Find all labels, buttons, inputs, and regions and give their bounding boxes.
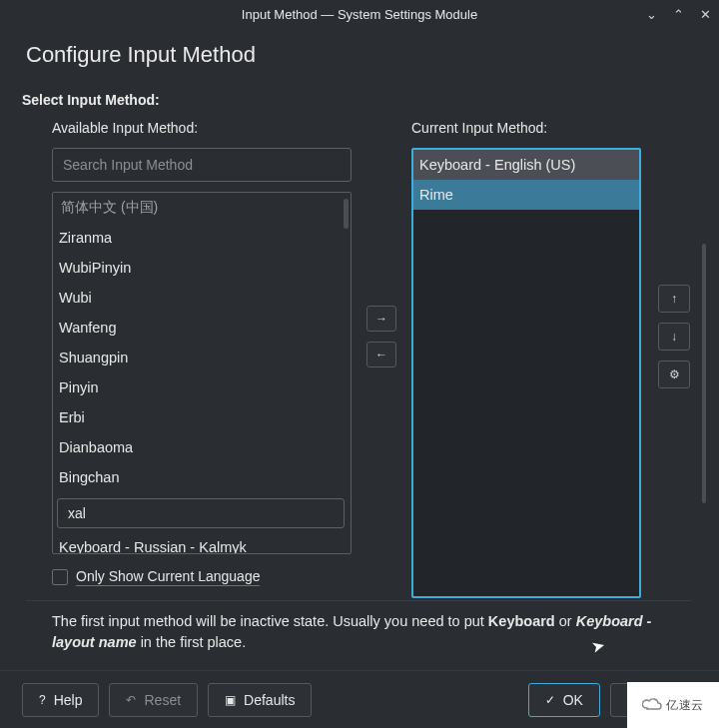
defaults-icon: ▣ xyxy=(225,693,236,707)
list-item[interactable]: WubiPinyin xyxy=(53,253,351,283)
list-item[interactable]: Wubi xyxy=(53,283,351,313)
list-item[interactable]: Shuangpin xyxy=(53,343,351,372)
reset-button[interactable]: ↶Reset xyxy=(109,683,198,717)
list-item[interactable]: Wanfeng xyxy=(53,313,351,343)
list-item[interactable]: Pinyin xyxy=(53,372,351,402)
section-label: Select Input Method: xyxy=(22,92,695,108)
list-item[interactable]: Erbi xyxy=(53,402,351,432)
check-icon: ✓ xyxy=(545,693,555,707)
scrollbar-thumb[interactable] xyxy=(344,199,349,229)
arrow-left-icon: ← xyxy=(375,348,387,362)
minimize-icon[interactable]: ⌄ xyxy=(646,7,657,22)
available-heading: Available Input Method: xyxy=(52,120,352,136)
scrollbar-thumb[interactable] xyxy=(702,244,706,503)
current-heading: Current Input Method: xyxy=(411,120,641,136)
filter-input[interactable] xyxy=(68,505,334,521)
arrow-right-icon: → xyxy=(375,312,387,326)
arrow-up-icon: ↑ xyxy=(671,292,677,306)
current-listbox[interactable]: Keyboard - English (US) Rime xyxy=(411,148,641,598)
only-show-checkbox[interactable] xyxy=(52,569,68,585)
window-title: Input Method — System Settings Module xyxy=(242,7,477,22)
page-title: Configure Input Method xyxy=(0,28,719,78)
footer: ?Help ↶Reset ▣Defaults ✓OK ✓Apply xyxy=(0,670,719,728)
list-item[interactable]: Rime xyxy=(413,180,639,210)
configure-button[interactable]: ⚙ xyxy=(658,361,690,388)
cloud-icon xyxy=(642,695,662,715)
content-scrollbar[interactable] xyxy=(701,92,707,654)
search-input-wrap[interactable] xyxy=(52,148,352,182)
list-item[interactable]: Bingchan xyxy=(53,462,351,492)
available-listbox[interactable]: 简体中文 (中国) Ziranma WubiPinyin Wubi Wanfen… xyxy=(52,192,352,554)
question-icon: ? xyxy=(39,693,46,707)
hint-text: The first input method will be inactive … xyxy=(52,611,691,655)
ok-button[interactable]: ✓OK xyxy=(528,683,600,717)
list-group-header: 简体中文 (中国) xyxy=(53,193,351,223)
only-show-label[interactable]: Only Show Current Language xyxy=(76,568,260,586)
remove-button[interactable]: ← xyxy=(366,342,396,367)
move-down-button[interactable]: ↓ xyxy=(658,323,690,351)
search-input[interactable] xyxy=(63,157,341,173)
defaults-button[interactable]: ▣Defaults xyxy=(208,683,312,717)
move-up-button[interactable]: ↑ xyxy=(658,285,690,313)
gear-icon: ⚙ xyxy=(669,367,680,381)
add-button[interactable]: → xyxy=(366,306,396,332)
undo-icon: ↶ xyxy=(126,693,136,707)
maximize-icon[interactable]: ⌃ xyxy=(673,7,684,22)
close-icon[interactable]: ✕ xyxy=(700,7,711,22)
arrow-down-icon: ↓ xyxy=(671,330,677,344)
list-item[interactable]: Keyboard - Russian - Kalmyk xyxy=(53,532,351,554)
list-item[interactable]: Dianbaoma xyxy=(53,432,351,462)
watermark-logo: 亿速云 xyxy=(627,682,719,728)
list-item[interactable]: Keyboard - English (US) xyxy=(413,150,639,180)
list-item[interactable]: Ziranma xyxy=(53,223,351,253)
help-button[interactable]: ?Help xyxy=(22,683,99,717)
